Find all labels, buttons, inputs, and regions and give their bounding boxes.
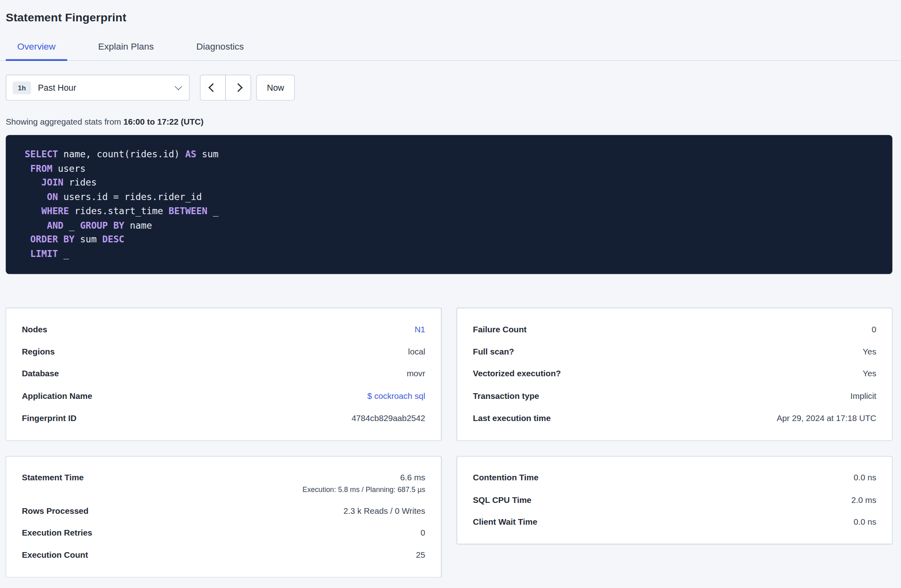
row-value: 2.0 ms [851,494,876,506]
row-label: Regions [22,346,55,358]
tab-overview[interactable]: Overview [6,33,67,61]
row-value: 0.0 ns [853,517,876,528]
row-value-wrap: Yes [863,346,876,358]
card-row: Regionslocal [22,341,425,363]
execution-attributes-card: Failure Count0Full scan?YesVectorized ex… [457,308,893,440]
card-row: Transaction typeImplicit [473,385,876,407]
row-value-wrap: movr [407,369,425,380]
row-value-wrap: Implicit [850,391,876,402]
chevron-left-icon [209,83,217,92]
row-value-wrap: 2.0 ms [851,494,876,506]
row-value: Yes [863,346,876,358]
next-time-button[interactable] [225,75,251,100]
card-row: Full scan?Yes [473,341,876,363]
row-value: Yes [863,369,876,380]
row-value: 0 [421,528,425,539]
statement-details-card: NodesN1RegionslocalDatabasemovrApplicati… [6,308,441,440]
sql-line: FROM users [25,162,880,176]
viewport-scaler: Statement Fingerprint Overview Explain P… [0,0,901,588]
sql-line: SELECT name, count(rides.id) AS sum [25,148,880,162]
row-value-wrap: N1 [415,324,425,336]
row-subtext: Execution: 5.8 ms / Planning: 687.5 µs [302,485,425,494]
sql-code: SELECT name, count(rides.id) AS sum FROM… [19,148,880,261]
row-label: SQL CPU Time [473,494,532,506]
row-value: 4784cb829aab2542 [352,413,425,424]
row-label: Database [22,369,59,380]
previous-time-button[interactable] [200,75,226,100]
statement-fingerprint-page: Statement Fingerprint Overview Explain P… [0,0,901,578]
card-row: Failure Count0 [473,319,876,341]
timing-cards: Statement Time6.6 msExecution: 5.8 ms / … [6,456,892,578]
row-value-wrap: Yes [863,369,876,380]
now-button[interactable]: Now [256,75,294,100]
card-row: Vectorized execution?Yes [473,363,876,385]
row-value: 0.0 ns [853,472,876,484]
row-value: 2.3 k Reads / 0 Writes [343,505,425,517]
row-value-wrap: Apr 29, 2024 at 17:18 UTC [777,413,876,424]
sql-line: ORDER BY sum DESC [25,233,880,247]
row-label: Last execution time [473,413,551,424]
row-value-wrap: local [408,346,425,358]
stats-caption: Showing aggregated stats from 16:00 to 1… [0,117,901,127]
row-value-wrap: 0 [421,528,425,539]
row-label: Client Wait Time [473,517,538,528]
details-cards: NodesN1RegionslocalDatabasemovrApplicati… [6,308,892,440]
stats-caption-range: 16:00 to 17:22 (UTC) [123,117,204,127]
row-label: Failure Count [473,324,527,336]
card-row: Statement Time6.6 msExecution: 5.8 ms / … [22,467,425,500]
row-label: Statement Time [22,472,83,484]
row-value-wrap: 0.0 ns [853,472,876,484]
page-header: Statement Fingerprint [0,0,901,25]
statement-timing-card: Statement Time6.6 msExecution: 5.8 ms / … [6,456,441,578]
time-range-badge: 1h [13,81,31,94]
card-row: NodesN1 [22,319,425,341]
stats-caption-prefix: Showing aggregated stats from [6,117,123,127]
card-row: SQL CPU Time2.0 ms [473,489,876,511]
chevron-right-icon [234,83,242,92]
row-label: Vectorized execution? [473,369,561,380]
row-value: Apr 29, 2024 at 17:18 UTC [777,413,876,424]
time-range-dropdown[interactable]: 1h Past Hour [6,75,190,100]
wait-timing-card: Contention Time0.0 nsSQL CPU Time2.0 msC… [457,456,893,544]
time-picker-row: 1h Past Hour Now [0,75,901,100]
card-row: Last execution timeApr 29, 2024 at 17:18… [473,407,876,430]
card-row: Fingerprint ID4784cb829aab2542 [22,407,425,430]
row-value: 0 [872,324,876,336]
card-row: Contention Time0.0 ns [473,467,876,489]
row-value-wrap: 4784cb829aab2542 [352,413,425,424]
row-label: Rows Processed [22,505,88,517]
row-value-wrap: 2.3 k Reads / 0 Writes [343,505,425,517]
row-value: Implicit [850,391,876,402]
time-step-buttons [200,75,251,100]
time-range-label: Past Hour [38,83,76,92]
row-value: local [408,346,425,358]
card-row: Application Name$ cockroach sql [22,385,425,407]
row-label: Contention Time [473,472,539,484]
card-row: Execution Count25 [22,544,425,567]
row-value-link[interactable]: N1 [415,324,425,336]
sql-line: ON users.id = rides.rider_id [25,190,880,204]
card-row: Rows Processed2.3 k Reads / 0 Writes [22,500,425,522]
row-label: Full scan? [473,346,514,358]
row-value-wrap: 6.6 msExecution: 5.8 ms / Planning: 687.… [302,472,425,494]
row-label: Execution Retries [22,528,92,539]
row-value-wrap: $ cockroach sql [367,391,425,402]
sql-line: LIMIT _ [25,247,880,261]
card-row: Execution Retries0 [22,522,425,544]
tab-explain-plans[interactable]: Explain Plans [87,33,165,61]
tab-diagnostics[interactable]: Diagnostics [185,33,255,61]
sql-line: WHERE rides.start_time BETWEEN _ [25,204,880,219]
card-row: Databasemovr [22,363,425,385]
row-value-link[interactable]: $ cockroach sql [367,391,425,402]
page-title: Statement Fingerprint [6,9,892,25]
row-value: 6.6 ms [302,472,425,484]
row-value-wrap: 25 [416,550,425,561]
tab-bar: Overview Explain Plans Diagnostics [0,33,901,61]
row-label: Transaction type [473,391,539,402]
row-value-wrap: 0.0 ns [853,517,876,528]
sql-line: AND _ GROUP BY name [25,219,880,233]
sql-line: JOIN rides [25,176,880,190]
chevron-down-icon [175,83,182,90]
row-value: 25 [416,550,425,561]
row-value-wrap: 0 [872,324,876,336]
